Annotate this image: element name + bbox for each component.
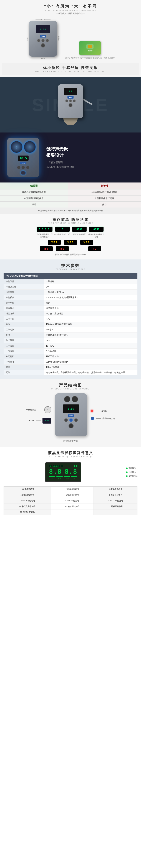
tech-param-7: 工作电压 [4,316,44,322]
digit-2: 8 [58,468,61,475]
digit-colon: : [62,469,64,474]
hand-visual [63,118,78,125]
sym-1: 1 电量显示符号 [4,487,51,492]
bar-cal: CAL [71,476,77,479]
power-label: 开机指示 [129,471,136,473]
btn1 [37,39,40,42]
lcd-right-labels: 充电指示 开机指示 低电量指示 [126,467,137,477]
tech-value-16: 150g（含电池） [44,365,137,370]
tech-param-15: 外形尺寸 [4,359,44,365]
alarm-high-2: 红蓝报警指示灯闪烁 [68,195,141,202]
sym-12: 12 远程开始符号 [94,504,137,509]
gbtn1 [17,166,21,169]
glow-btns [17,166,30,169]
lcd-label-charge: 充电指示 [126,467,137,469]
tech-value-7: 3.7V [44,316,137,322]
top-sensors [64,396,78,402]
glow-display: 18.5 [18,156,28,161]
sym-4: 4 USB连接符号 [4,492,51,498]
lcd-section: 液晶显示屏标识符号意义 LCD screen logo symbol meani… [0,447,141,519]
tech-param-3: 检测精度 [4,295,44,300]
op-desc-3: 高低报警值设置 [73,233,86,236]
center-sensor-bottom [69,423,74,428]
tech-row-14: 外壳材料 ABS工程材料 [4,354,137,359]
no-spacer [72,246,85,251]
lcd-bars-row: AL-L AL-H ZERO CAL [49,476,77,479]
tech-param-11: 防护等级 [4,338,44,343]
op-desc-1: 开机检测直接进入正常浓度显示 [37,233,52,238]
tech-param-1: 传感器寿命 [4,284,44,290]
feature-section: 体小质轻 手感舒适 按键灵敏 SMALL LIGHT HAND FEEL COM… [2,63,139,75]
digit-1: 8 [49,468,53,475]
op-desc-4: 检测浓度值多档量程选择 [89,233,104,238]
tech-value-1: 2年 [44,284,137,290]
indicator-alarm: ALARM [52,465,60,467]
chip-icon [86,44,94,49]
power-dot [126,471,128,473]
tech-value-10: 专属USB座充供电充电 [44,333,137,338]
bar-zero-bar [64,476,70,477]
device-sensor [41,43,45,48]
tech-row-13: 工作湿度 5~90%RH [4,348,137,354]
no-3: no [89,246,101,251]
yes-3: YES [80,240,93,245]
sym-3: 3 报警提示符号 [94,487,137,492]
lcd-diagram-wrapper: S ALARM < 8 . 8 : 8 . 8 [4,461,137,484]
alarm-high-1: 蜂鸣器更加剧烈高频报警声 [68,189,141,195]
device-with-dims: 5.8cm 9.2cm 0.00 hder 2 [26,19,60,59]
tech-value-0: 一氧化碳 [44,279,137,284]
alarm-low-1: 蜂鸣器低高频混频警报声 [0,189,68,195]
compare-note: 设计小巧的外形 和银行卡对比超来相差无几 轻巧便携 随身携带 [65,57,115,59]
symbol-row-5: 13 低报设置菜单 [4,509,137,515]
display-icon: 0.00 [42,418,51,424]
tech-row-7: 工作电压 3.7V [4,316,137,322]
feature-title-cn: 体小质轻 手感舒适 按键灵敏 [4,65,137,70]
device-logo: hder [40,35,46,37]
tech-param-8: 电池 [4,322,44,327]
tech-row-4: 显示单位 ppm [4,300,137,306]
tech-value-6: 声、光、震动报警 [44,311,137,316]
tech-param-9: 工作时间 [4,327,44,333]
bar-al-l-label: AL-L [51,478,54,479]
lcd-title-en: LCD screen logo symbol meaning [4,455,137,458]
operation-section: 操作简单 响应迅速 THE OPERATION IS SIMPLE AND QU… [0,214,141,259]
hero-section: "小" 有所为 "大" 有不同 A LITTLE ACTION MAKES A … [0,0,141,77]
lcd-screen-large: S ALARM < 8 . 8 : 8 . 8 [45,462,81,482]
tech-param-17: 配件 [4,370,44,375]
center-btn-3 [74,418,78,422]
op-desc-2: 有充足新鲜空气情况 [55,233,71,236]
glow-device: ●● ●● 18.5 hder [7,138,39,177]
sym-13: 13 低报设置菜单 [4,509,51,515]
alarm-led-icon [91,410,93,412]
lcd-1: 8.8.8.8. [37,227,52,232]
tech-row-12: 工作温度 10~40℃ [4,343,137,348]
struct-left-labels: 气体检测区 ⊙ 显示区 0.00 [26,406,51,424]
bar-al-h-label: AL-H [58,478,61,479]
center-device: 0.00 hder [55,393,87,436]
no-2: no [56,246,69,251]
sym-9: 9 %LEL单位符号 [94,498,137,504]
hand-device: 0.0 hder [58,84,83,118]
bar-cal-label: CAL [73,478,75,479]
tech-row-10: 充电 专属USB座充供电充电 [4,333,137,338]
tech-section: 技术参数 TECHNICAL PARAMETERS HG-MCK-CO便携式单气… [0,259,141,379]
op-screen-3: 0100 高低报警值设置 [72,227,86,238]
tech-row-9: 工作时间 250小时 [4,327,137,333]
bar-al-h: AL-H [57,476,63,479]
center-buttons [64,418,78,422]
power-btn-icon [91,416,94,420]
tech-value-15: 92mm×58mm×28.5mm [44,359,137,365]
tech-row-0: 检测气体 一氧化碳 [4,279,137,284]
dim-right: 2.85cm [58,36,60,41]
alarm-title: 独特声光振报警设计 [46,146,134,159]
tech-value-2: 一氧化碳：0-20ppm [44,290,137,295]
lcd-top-right [74,465,77,467]
lcd-top-indicators: S ALARM < [49,465,63,467]
gbtn3 [26,166,30,169]
tech-row-8: 电池 1800mAh可充电锂离子电池 [4,322,137,327]
indicator-arrow: < [61,465,63,467]
tech-value-11: IP65 [44,338,137,343]
dim-top: 5.8cm [26,19,60,20]
alarm-row-3: 振动 振动 [0,202,141,208]
no-1: no [40,246,52,251]
